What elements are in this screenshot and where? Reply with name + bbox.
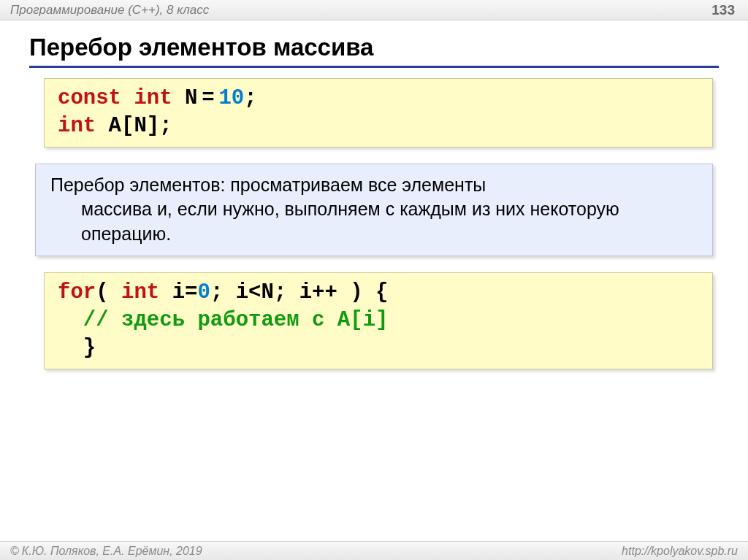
page-number: 133 [711,2,735,18]
code-indent [58,336,83,360]
footer-url: http://kpolyakov.spb.ru [622,545,738,558]
code-block-loop: for( int i=0; i<N; i++ ) { // здесь рабо… [44,272,713,369]
definition-box: Перебор элементов: просматриваем все эле… [35,164,713,256]
code-punc: = [197,86,218,110]
copyright-icon: © [10,545,19,558]
definition-term: Перебор элементов [50,174,220,195]
code-punc: ; [244,86,256,110]
code-keyword: int [134,86,172,110]
code-var: N [172,86,198,110]
code-punc: } [83,336,96,360]
code-keyword: int [58,114,96,138]
definition-body-start: просматриваем все элементы [230,174,486,195]
footer-authors: К.Ю. Поляков, Е.А. Ерёмин, 2019 [22,545,202,558]
slide-content: Перебор элементов массива const int N = … [0,20,748,369]
header-bar: Программирование (C++), 8 класс 133 [0,0,748,20]
code-block-declaration: const int N = 10; int A[N]; [44,78,713,147]
code-var: A[N]; [96,114,172,138]
code-indent [58,308,83,332]
code-keyword: for [58,280,96,304]
code-punc: i= [159,280,197,304]
code-keyword: const [58,86,121,110]
code-punc: ( [96,280,121,304]
code-number: 10 [218,86,244,110]
header-subject: Программирование (C++), 8 класс [10,3,209,18]
definition-body: массива и, если нужно, выполняем с кажды… [50,197,698,247]
code-comment: // здесь работаем с A[i] [83,308,389,332]
slide-title: Перебор элементов массива [29,34,719,68]
code-punc: ; i<N; i++ ) { [210,280,389,304]
definition-colon: : [220,174,230,195]
footer-copyright: © К.Ю. Поляков, Е.А. Ерёмин, 2019 [10,545,202,558]
code-number: 0 [197,280,210,304]
footer-bar: © К.Ю. Поляков, Е.А. Ерёмин, 2019 http:/… [0,541,748,560]
code-keyword: int [121,280,159,304]
